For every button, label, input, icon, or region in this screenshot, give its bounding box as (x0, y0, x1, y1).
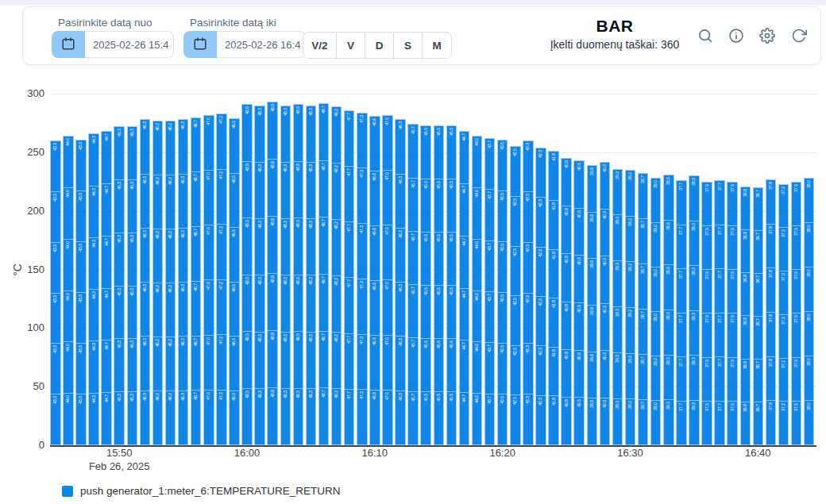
refresh-icon[interactable] (791, 28, 807, 44)
bar[interactable]: 45.545.545.545.545.545.5 (446, 125, 457, 445)
bar[interactable]: 47.747.747.747.747.747.7 (344, 110, 355, 445)
bar[interactable]: 46.546.546.546.546.546.5 (229, 118, 240, 445)
bar-segment-label: 43.3 (51, 194, 60, 202)
bar[interactable]: 37.837.837.837.837.837.8 (766, 179, 777, 445)
bar[interactable]: 37.537.537.537.537.537.5 (701, 182, 712, 445)
bar[interactable]: 46.246.246.246.246.246.2 (152, 121, 164, 445)
bar[interactable]: 39.839.839.839.839.839.8 (587, 165, 598, 445)
bar[interactable]: 47.347.347.347.347.347.3 (357, 113, 368, 445)
bar[interactable]: 46.346.346.346.346.346.3 (395, 119, 406, 445)
range-button-d[interactable]: D (365, 33, 394, 58)
bar-segment-label: 46.3 (141, 284, 150, 292)
date-to-input[interactable] (217, 31, 306, 58)
range-button-v[interactable]: V (337, 33, 365, 58)
bar-segment: 37.5 (792, 357, 801, 401)
bar[interactable]: 47.247.247.247.247.247.2 (216, 113, 227, 445)
legend-item[interactable]: push generator_1:meter_6:TEMPERATURE_RET… (62, 485, 341, 497)
bar-segment-label: 46.3 (179, 176, 188, 184)
bar[interactable]: 40.540.540.540.540.540.5 (573, 160, 585, 445)
bar[interactable]: 44.044.044.044.044.044.0 (63, 136, 74, 445)
bar[interactable]: 38.738.738.738.738.738.7 (638, 173, 649, 445)
bar[interactable]: 40.840.840.840.840.840.8 (561, 158, 572, 445)
range-button-v2[interactable]: V/2 (303, 33, 337, 58)
bar[interactable]: 37.737.737.737.737.737.7 (676, 180, 687, 445)
bar-segment: 38.0 (651, 222, 661, 267)
bar[interactable]: 48.748.748.748.748.748.7 (318, 103, 330, 445)
bar[interactable]: 47.047.047.047.047.047.0 (382, 115, 393, 445)
bar-segment-label: 46.2 (166, 393, 176, 401)
bar-segment-label: 46.3 (396, 393, 405, 401)
bar[interactable]: 47.047.047.047.047.047.0 (203, 115, 214, 445)
bar[interactable]: 37.537.537.537.537.537.5 (727, 182, 738, 445)
bar[interactable]: 45.345.345.345.345.345.3 (114, 126, 125, 445)
bar[interactable]: 48.848.848.848.848.848.8 (267, 102, 278, 445)
bar[interactable]: 48.348.348.348.348.348.3 (254, 106, 265, 445)
bar-segment-label: 37.5 (728, 228, 737, 236)
bar-segment-label: 45.3 (114, 288, 124, 296)
bar[interactable]: 45.345.345.345.345.345.3 (127, 126, 138, 445)
bar-segment: 47.0 (383, 335, 392, 390)
range-button-s[interactable]: S (394, 33, 423, 58)
bar[interactable]: 36.836.836.836.836.836.8 (740, 187, 751, 445)
bar[interactable]: 37.737.737.737.737.737.7 (714, 180, 725, 445)
bar[interactable]: 45.745.745.745.745.745.7 (407, 124, 419, 445)
bar-segment: 43.3 (51, 191, 60, 242)
bar-segment-label: 44.3 (89, 136, 98, 144)
date-to-calendar-button[interactable] (183, 31, 217, 58)
bar[interactable]: 43.543.543.543.543.543.5 (75, 140, 87, 445)
bar[interactable]: 42.342.342.342.342.342.3 (535, 148, 546, 445)
bar[interactable]: 38.038.038.038.038.038.0 (804, 178, 815, 445)
bar-segment-label: 37.7 (715, 315, 724, 323)
bar-segment: 48.8 (268, 216, 277, 273)
info-icon[interactable] (728, 28, 744, 44)
bar[interactable]: 42.542.542.542.542.542.5 (510, 146, 521, 445)
bar-segment: 44.0 (473, 187, 482, 239)
range-button-m[interactable]: M (423, 33, 451, 58)
settings-icon[interactable] (759, 28, 775, 44)
bar-segment-label: 44.3 (89, 343, 98, 351)
bar-segment-label: 38.0 (651, 180, 661, 188)
bar[interactable]: 48.248.248.248.248.248.2 (331, 106, 342, 445)
date-from-calendar-button[interactable] (52, 31, 85, 58)
bar[interactable]: 39.339.339.339.339.339.3 (612, 169, 623, 445)
bar[interactable]: 43.543.543.543.543.543.5 (497, 140, 508, 445)
bar[interactable]: 45.545.545.545.545.545.5 (434, 125, 445, 445)
bar-segment-label: 45.7 (408, 287, 418, 294)
bar[interactable]: 45.545.545.545.545.545.5 (420, 125, 431, 445)
search-icon[interactable] (697, 28, 713, 44)
bar[interactable]: 46.346.346.346.346.346.3 (140, 119, 151, 445)
bar[interactable]: 48.348.348.348.348.348.3 (280, 106, 291, 445)
bar[interactable]: 43.343.343.343.343.343.3 (523, 140, 534, 445)
bar[interactable]: 48.348.348.348.348.348.3 (306, 106, 317, 445)
bar-segment: 38.0 (651, 179, 661, 222)
bar[interactable]: 46.746.746.746.746.746.7 (191, 117, 202, 445)
bar[interactable]: 40.340.340.340.340.340.3 (600, 162, 611, 445)
bar[interactable]: 38.038.038.038.038.038.0 (650, 178, 662, 445)
bar[interactable]: 36.736.736.736.736.736.7 (753, 187, 764, 445)
bar[interactable]: 48.548.548.548.548.548.5 (293, 104, 304, 445)
bar-segment-label: 44.7 (102, 394, 111, 402)
bar[interactable]: 46.346.346.346.346.346.3 (178, 119, 189, 445)
bar-segment-label: 47.0 (383, 172, 392, 180)
bar[interactable]: 43.743.743.743.743.743.7 (484, 138, 496, 445)
bar[interactable]: 44.344.344.344.344.344.3 (88, 133, 99, 445)
bar-segment: 46.8 (370, 225, 380, 280)
bar-segment-label: 45.7 (408, 126, 418, 134)
bar[interactable]: 37.237.237.237.237.237.2 (778, 184, 789, 445)
bar[interactable]: 37.537.537.537.537.537.5 (791, 182, 802, 445)
bar-segment-label: 47.0 (383, 392, 392, 400)
bar[interactable]: 44.744.744.744.744.744.7 (101, 131, 112, 445)
bar[interactable]: 46.246.246.246.246.246.2 (165, 121, 176, 445)
bar[interactable]: 48.548.548.548.548.548.5 (241, 104, 253, 445)
bar[interactable]: 44.744.744.744.744.744.7 (459, 131, 470, 445)
bar[interactable]: 44.044.044.044.044.044.0 (472, 136, 483, 445)
bar[interactable]: 39.239.239.239.239.239.2 (625, 170, 636, 445)
bar[interactable]: 38.338.338.338.338.338.3 (689, 175, 700, 445)
bar[interactable]: 38.538.538.538.538.538.5 (663, 175, 674, 445)
bar[interactable]: 41.841.841.841.841.841.8 (548, 151, 559, 445)
bar[interactable]: 43.343.343.343.343.343.3 (50, 140, 61, 445)
date-from-input[interactable] (85, 31, 174, 58)
bar[interactable]: 46.846.846.846.846.846.8 (369, 116, 380, 445)
bar-segment-label: 36.8 (741, 317, 751, 325)
bar-segment: 46.3 (141, 282, 150, 336)
